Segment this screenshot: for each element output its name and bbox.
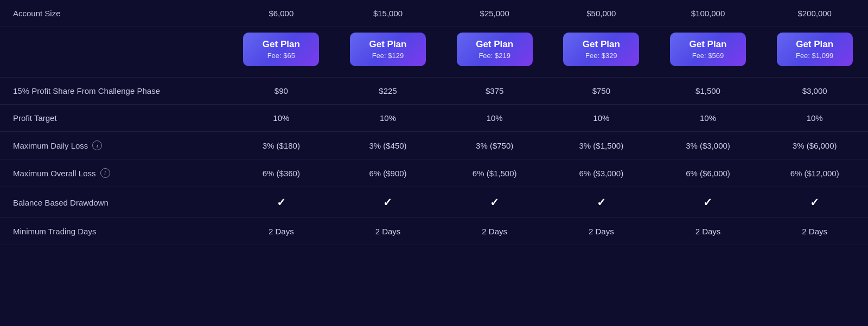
col-header-4: $100,000	[655, 0, 762, 27]
col-header-5: $200,000	[761, 0, 868, 27]
profit-target-val-4: 10%	[655, 105, 762, 132]
max-daily-loss-info-icon[interactable]: i	[92, 140, 102, 150]
min-trading-val-2: 2 Days	[441, 218, 548, 245]
profit-target-label: Profit Target	[0, 105, 228, 132]
max-daily-val-4: 3% ($3,000)	[655, 132, 762, 159]
get-plan-button-4[interactable]: Get Plan Fee: $569	[670, 33, 746, 66]
get-plan-button-5[interactable]: Get Plan Fee: $1,099	[777, 33, 853, 66]
max-daily-loss-label: Maximum Daily Loss i	[0, 132, 228, 159]
profit-share-val-4: $1,500	[655, 78, 762, 105]
get-plan-btn-cell-2: Get Plan Fee: $219	[441, 27, 548, 78]
max-daily-val-5: 3% ($6,000)	[761, 132, 868, 159]
profit-target-val-0: 10%	[228, 105, 335, 132]
profit-target-val-5: 10%	[761, 105, 868, 132]
get-plan-button-0[interactable]: Get Plan Fee: $65	[243, 33, 319, 66]
balance-drawdown-val-2: ✓	[441, 187, 548, 218]
get-plan-label-cell	[0, 27, 228, 78]
min-trading-val-4: 2 Days	[655, 218, 762, 245]
get-plan-btn-cell-4: Get Plan Fee: $569	[655, 27, 762, 78]
profit-share-val-5: $3,000	[761, 78, 868, 105]
profit-share-val-3: $750	[548, 78, 655, 105]
balance-drawdown-label: Balance Based Drawdown	[0, 187, 228, 218]
get-plan-button-2[interactable]: Get Plan Fee: $219	[457, 33, 533, 66]
max-overall-val-1: 6% ($900)	[335, 159, 442, 187]
balance-drawdown-val-3: ✓	[548, 187, 655, 218]
min-trading-days-label: Minimum Trading Days	[0, 218, 228, 245]
balance-drawdown-val-0: ✓	[228, 187, 335, 218]
get-plan-btn-cell-0: Get Plan Fee: $65	[228, 27, 335, 78]
max-overall-loss-info-icon[interactable]: i	[100, 168, 110, 178]
get-plan-button-3[interactable]: Get Plan Fee: $329	[563, 33, 639, 66]
profit-target-val-1: 10%	[335, 105, 442, 132]
balance-drawdown-val-5: ✓	[761, 187, 868, 218]
profit-target-val-2: 10%	[441, 105, 548, 132]
min-trading-val-0: 2 Days	[228, 218, 335, 245]
max-daily-val-2: 3% ($750)	[441, 132, 548, 159]
account-size-header: Account Size	[0, 0, 228, 27]
max-overall-val-5: 6% ($12,000)	[761, 159, 868, 187]
min-trading-val-3: 2 Days	[548, 218, 655, 245]
profit-target-val-3: 10%	[548, 105, 655, 132]
balance-drawdown-val-1: ✓	[335, 187, 442, 218]
max-overall-val-3: 6% ($3,000)	[548, 159, 655, 187]
max-daily-val-3: 3% ($1,500)	[548, 132, 655, 159]
get-plan-btn-cell-5: Get Plan Fee: $1,099	[761, 27, 868, 78]
max-daily-val-1: 3% ($450)	[335, 132, 442, 159]
max-overall-loss-label: Maximum Overall Loss i	[0, 159, 228, 187]
col-header-0: $6,000	[228, 0, 335, 27]
col-header-1: $15,000	[335, 0, 442, 27]
get-plan-button-1[interactable]: Get Plan Fee: $129	[350, 33, 426, 66]
min-trading-val-1: 2 Days	[335, 218, 442, 245]
max-overall-val-2: 6% ($1,500)	[441, 159, 548, 187]
profit-share-val-2: $375	[441, 78, 548, 105]
pricing-table: Account Size $6,000 $15,000 $25,000 $50,…	[0, 0, 868, 245]
min-trading-val-5: 2 Days	[761, 218, 868, 245]
max-overall-val-0: 6% ($360)	[228, 159, 335, 187]
profit-share-val-0: $90	[228, 78, 335, 105]
max-overall-val-4: 6% ($6,000)	[655, 159, 762, 187]
get-plan-btn-cell-1: Get Plan Fee: $129	[335, 27, 442, 78]
profit-share-label: 15% Profit Share From Challenge Phase	[0, 78, 228, 105]
col-header-2: $25,000	[441, 0, 548, 27]
max-daily-val-0: 3% ($180)	[228, 132, 335, 159]
col-header-3: $50,000	[548, 0, 655, 27]
get-plan-btn-cell-3: Get Plan Fee: $329	[548, 27, 655, 78]
profit-share-val-1: $225	[335, 78, 442, 105]
balance-drawdown-val-4: ✓	[655, 187, 762, 218]
account-size-label: Account Size	[13, 9, 61, 18]
